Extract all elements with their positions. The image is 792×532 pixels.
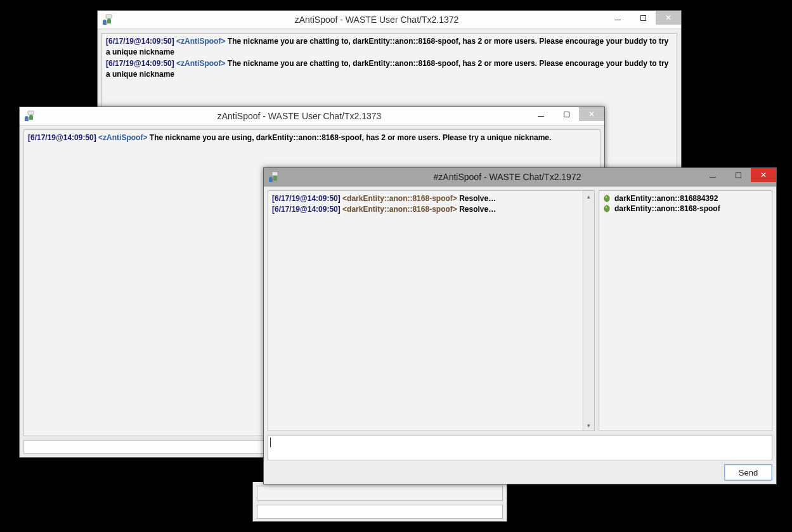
channel-chat-window: #zAntiSpoof - WASTE Chat/Tx2.1972 [6/17/… bbox=[263, 167, 777, 484]
message-text: Resolve… bbox=[459, 194, 496, 203]
close-button[interactable] bbox=[751, 168, 776, 182]
message-line: [6/17/19@14:09:50] <zAntiSpoof> The nick… bbox=[28, 133, 596, 143]
scroll-down-icon[interactable]: ▾ bbox=[583, 420, 594, 431]
send-button[interactable]: Send bbox=[724, 464, 772, 481]
message-text: Resolve… bbox=[459, 205, 496, 214]
scrollbar[interactable]: ▴ ▾ bbox=[583, 191, 594, 431]
user-list-item[interactable]: darkEntity::anon::8168-spoof bbox=[603, 204, 768, 214]
timestamp: [6/17/19@14:09:50] bbox=[272, 205, 341, 214]
send-button-label: Send bbox=[739, 468, 758, 477]
sender-nick: <darkEntity::anon::8168-spoof> bbox=[342, 194, 457, 203]
scroll-up-icon[interactable]: ▴ bbox=[583, 191, 594, 202]
close-button[interactable] bbox=[656, 11, 681, 25]
user-nick: darkEntity::anon::8168-spoof bbox=[614, 204, 720, 213]
window-title: #zAntiSpoof - WASTE Chat/Tx2.1972 bbox=[238, 172, 776, 182]
sender-nick: <zAntiSpoof> bbox=[176, 59, 225, 68]
message-log: [6/17/19@14:09:50] <darkEntity::anon::81… bbox=[268, 191, 583, 431]
titlebar[interactable]: #zAntiSpoof - WASTE Chat/Tx2.1972 bbox=[264, 168, 776, 186]
message-line: [6/17/19@14:09:50] <zAntiSpoof> The nick… bbox=[106, 36, 673, 58]
chat-input[interactable] bbox=[257, 505, 503, 519]
timestamp: [6/17/19@14:09:50] bbox=[272, 194, 341, 203]
user-status-icon bbox=[603, 194, 611, 203]
sender-nick: <zAntiSpoof> bbox=[98, 133, 147, 142]
minimize-button[interactable] bbox=[700, 168, 725, 182]
maximize-button[interactable] bbox=[630, 11, 656, 25]
chat-input[interactable] bbox=[268, 435, 772, 460]
window-title: zAntiSpoof - WASTE User Chat/Tx2.1373 bbox=[0, 111, 604, 121]
user-list-item[interactable]: darkEntity::anon::816884392 bbox=[603, 193, 768, 204]
close-button[interactable] bbox=[579, 107, 604, 121]
timestamp: [6/17/19@14:09:50] bbox=[106, 37, 174, 46]
timestamp: [6/17/19@14:09:50] bbox=[28, 133, 96, 142]
message-log bbox=[257, 486, 503, 501]
minimize-button[interactable] bbox=[605, 11, 630, 25]
titlebar[interactable]: zAntiSpoof - WASTE User Chat/Tx2.1372 bbox=[98, 11, 681, 29]
timestamp: [6/17/19@14:09:50] bbox=[106, 59, 174, 68]
message-line: [6/17/19@14:09:50] <zAntiSpoof> The nick… bbox=[106, 58, 673, 81]
titlebar[interactable]: zAntiSpoof - WASTE User Chat/Tx2.1373 bbox=[20, 107, 604, 126]
user-status-icon bbox=[603, 204, 611, 213]
user-nick: darkEntity::anon::816884392 bbox=[614, 194, 718, 203]
message-line: [6/17/19@14:09:50] <darkEntity::anon::81… bbox=[272, 204, 579, 215]
window-title: zAntiSpoof - WASTE User Chat/Tx2.1372 bbox=[72, 15, 681, 25]
maximize-button[interactable] bbox=[554, 107, 579, 121]
sender-nick: <zAntiSpoof> bbox=[176, 37, 225, 46]
minimize-button[interactable] bbox=[528, 107, 554, 121]
message-text: The nickname you are using, darkEntity::… bbox=[150, 133, 552, 142]
sender-nick: <darkEntity::anon::8168-spoof> bbox=[342, 205, 457, 214]
user-list[interactable]: darkEntity::anon::816884392 darkEntity::… bbox=[599, 190, 772, 431]
maximize-button[interactable] bbox=[725, 168, 751, 182]
chat-window-1-bottom bbox=[252, 482, 507, 522]
message-line: [6/17/19@14:09:50] <darkEntity::anon::81… bbox=[272, 193, 579, 204]
